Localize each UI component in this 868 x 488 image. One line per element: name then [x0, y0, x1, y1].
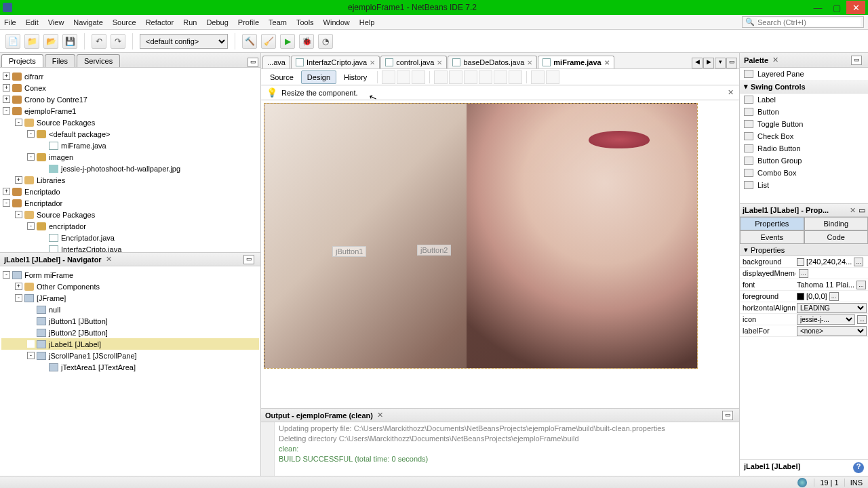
nav-item[interactable]: jLabel1 [JLabel] — [49, 340, 101, 348]
resize-v-icon[interactable] — [546, 70, 559, 84]
undo-icon[interactable]: ↶ — [92, 34, 106, 49]
palette-item[interactable]: Label — [740, 94, 868, 106]
resize-h-icon[interactable] — [531, 70, 545, 84]
new-file-icon[interactable]: 📄 — [5, 34, 20, 49]
align-middle-icon[interactable] — [494, 70, 507, 84]
search-input[interactable] — [757, 18, 861, 26]
minimize-projects-icon[interactable]: ▭ — [248, 58, 258, 67]
palette-item[interactable]: Button Group — [740, 155, 868, 167]
tree-item[interactable]: imagen — [49, 153, 73, 161]
close-icon[interactable]: ✕ — [106, 255, 112, 264]
design-canvas[interactable]: jButton1 jButton2 — [261, 100, 739, 408]
tree-item[interactable]: ejemploFrame1 — [24, 107, 76, 115]
nav-item[interactable]: [JFrame] — [37, 294, 66, 302]
maximize-button[interactable]: ▢ — [827, 1, 846, 14]
palette-item[interactable]: Toggle Button — [740, 118, 868, 130]
palette-item[interactable]: Layered Pane — [740, 68, 868, 80]
connection-mode-icon[interactable] — [397, 70, 410, 84]
align-right-icon[interactable] — [464, 70, 477, 84]
tab-services[interactable]: Services — [77, 54, 120, 67]
tree-item[interactable]: miFrame.java — [61, 142, 106, 150]
palette-category[interactable]: ▾Swing Controls — [740, 80, 868, 94]
align-top-icon[interactable] — [479, 70, 492, 84]
nav-item[interactable]: jButton1 [JButton] — [49, 317, 108, 325]
menu-debug[interactable]: Debug — [206, 18, 228, 26]
tree-item[interactable]: Source Packages — [37, 211, 95, 219]
palette-item[interactable]: Check Box — [740, 130, 868, 142]
minimize-navigator-icon[interactable]: ▭ — [243, 255, 254, 264]
navigator-tree[interactable]: -Form miFrame +Other Components -[JFrame… — [0, 266, 260, 476]
clean-build-icon[interactable]: 🧹 — [261, 34, 276, 49]
close-hint-icon[interactable]: ✕ — [728, 88, 734, 97]
redo-icon[interactable]: ↷ — [111, 34, 125, 49]
labelfor-select[interactable]: <none> — [797, 326, 867, 336]
source-view-button[interactable]: Source — [264, 70, 300, 84]
jframe-design[interactable]: jButton1 jButton2 — [264, 103, 698, 369]
selection-mode-icon[interactable] — [382, 70, 395, 84]
menu-source[interactable]: Source — [113, 18, 136, 26]
tree-item[interactable]: <default package> — [49, 130, 111, 138]
globe-icon[interactable] — [797, 478, 807, 487]
profile-icon[interactable]: ◔ — [318, 34, 333, 49]
nav-item[interactable]: jScrollPane1 [JScrollPane] — [49, 352, 137, 360]
dropdown-icon[interactable]: ▾ — [715, 58, 726, 68]
save-all-icon[interactable]: 💾 — [62, 34, 77, 49]
close-icon[interactable]: ✕ — [437, 59, 442, 66]
tab-code[interactable]: Code — [804, 230, 869, 244]
quick-search[interactable]: 🔍 — [742, 16, 864, 28]
tree-item[interactable]: Encriptador — [24, 199, 62, 207]
close-icon[interactable]: ✕ — [370, 59, 375, 66]
tree-item[interactable]: InterfazCripto.java — [61, 245, 121, 253]
menu-file[interactable]: File — [4, 18, 16, 26]
ellipsis-button[interactable]: ... — [854, 258, 863, 266]
scroll-left-icon[interactable]: ◀ — [692, 58, 703, 68]
align-bottom-icon[interactable] — [509, 70, 522, 84]
tree-item[interactable]: Encriptado — [24, 188, 60, 196]
close-button[interactable]: ✕ — [846, 1, 865, 14]
palette-item[interactable]: Combo Box — [740, 167, 868, 179]
new-project-icon[interactable]: 📁 — [24, 34, 39, 49]
properties-section-header[interactable]: ▾Properties — [740, 244, 868, 256]
menu-help[interactable]: Help — [359, 18, 375, 26]
minimize-button[interactable]: — — [808, 1, 827, 14]
palette-body[interactable]: Layered Pane ▾Swing Controls Label Butto… — [740, 68, 868, 203]
run-icon[interactable]: ▶ — [280, 34, 295, 49]
properties-grid[interactable]: background[240,240,24...... displayedMne… — [740, 256, 868, 459]
align-center-icon[interactable] — [449, 70, 462, 84]
nav-item[interactable]: Other Components — [37, 283, 100, 291]
jbutton2[interactable]: jButton2 — [417, 245, 451, 256]
menu-refactor[interactable]: Refactor — [146, 18, 174, 26]
more-icon[interactable]: ▭ — [859, 206, 865, 215]
menu-navigate[interactable]: Navigate — [73, 18, 102, 26]
align-left-icon[interactable] — [434, 70, 448, 84]
tab-files[interactable]: Files — [45, 54, 75, 67]
tab-events[interactable]: Events — [740, 230, 804, 244]
tree-item[interactable]: cifrarr — [24, 73, 43, 81]
ellipsis-button[interactable]: ... — [799, 269, 808, 278]
close-icon[interactable]: ✕ — [604, 59, 610, 66]
tab-binding[interactable]: Binding — [804, 217, 869, 230]
nav-item[interactable]: jTextArea1 [JTextArea] — [61, 363, 136, 371]
jbutton1[interactable]: jButton1 — [332, 246, 366, 257]
menu-profile[interactable]: Profile — [238, 18, 259, 26]
tree-item[interactable]: Conex — [24, 84, 46, 92]
history-view-button[interactable]: History — [338, 70, 373, 84]
ellipsis-button[interactable]: ... — [856, 281, 866, 289]
menu-edit[interactable]: Edit — [26, 18, 39, 26]
preview-icon[interactable] — [412, 70, 425, 84]
close-icon[interactable]: ✕ — [772, 56, 778, 64]
close-icon[interactable]: ✕ — [527, 59, 532, 66]
menu-team[interactable]: Team — [269, 18, 287, 26]
editor-tab[interactable]: InterfazCripto.java✕ — [291, 56, 380, 68]
minimize-output-icon[interactable]: ▭ — [722, 411, 733, 420]
nav-item[interactable]: null — [49, 306, 60, 314]
close-icon[interactable]: ✕ — [850, 206, 856, 215]
help-icon[interactable]: ? — [853, 462, 864, 473]
editor-tab[interactable]: control.java✕ — [380, 56, 447, 68]
icon-select[interactable]: jessie-j-... — [797, 314, 855, 325]
debug-icon[interactable]: 🐞 — [299, 34, 314, 49]
tree-item[interactable]: Encriptador.java — [61, 234, 115, 242]
minimize-palette-icon[interactable]: ▭ — [851, 56, 862, 65]
tree-item[interactable]: Source Packages — [37, 119, 95, 127]
menu-view[interactable]: View — [48, 18, 64, 26]
